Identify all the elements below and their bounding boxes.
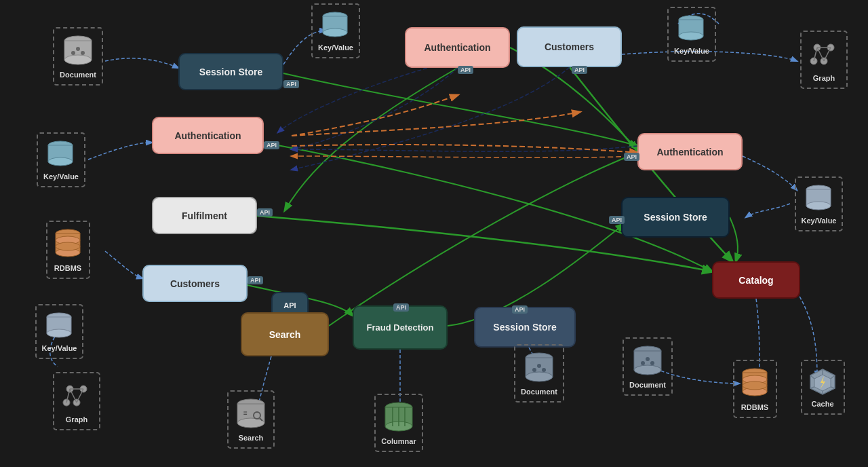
- kv-right-label: Key/Value: [802, 217, 837, 225]
- kv-right-db: Key/Value: [783, 176, 854, 231]
- graph-top-right-label: Graph: [813, 74, 835, 82]
- search-db: ≡ Search: [217, 390, 285, 449]
- document-db-right: Document: [614, 337, 682, 396]
- customers-top-api: API: [572, 66, 587, 74]
- rdbms-left-db: RDBMS: [34, 221, 102, 279]
- fraud-detection-node[interactable]: Fraud Detection: [353, 305, 448, 350]
- authentication-mid-left-label: Authentication: [175, 130, 241, 141]
- svg-point-5: [81, 51, 85, 55]
- customers-top-node[interactable]: Customers: [517, 26, 622, 67]
- catalog-node[interactable]: Catalog: [712, 261, 800, 299]
- svg-point-67: [743, 381, 767, 390]
- kv-mid-left-db: Key/Value: [27, 132, 95, 187]
- fulfilment-api: API: [257, 208, 273, 217]
- kv-top-right-label: Key/Value: [674, 47, 709, 55]
- kv-lower-left-db: Key/Value: [24, 304, 95, 359]
- authentication-right-label: Authentication: [657, 147, 724, 157]
- svg-point-54: [537, 364, 541, 368]
- session-store-right-api: API: [609, 216, 625, 224]
- authentication-top-api: API: [458, 66, 473, 74]
- svg-point-27: [56, 242, 80, 250]
- authentication-top-node[interactable]: Authentication: [405, 27, 510, 68]
- document-db-right-label: Document: [629, 381, 666, 389]
- customers-mid-node[interactable]: Customers: [142, 265, 248, 302]
- graph-lower-left-label: Graph: [66, 415, 87, 424]
- document-top-left-db: Document: [41, 27, 115, 86]
- graph-lower-left-db: Graph: [46, 372, 107, 430]
- kv-top-center-db: Key/Value: [305, 3, 366, 58]
- svg-point-56: [542, 368, 546, 372]
- svg-line-17: [824, 48, 831, 61]
- svg-point-61: [641, 361, 645, 365]
- catalog-label: Catalog: [738, 275, 773, 286]
- svg-text:≡: ≡: [243, 409, 248, 417]
- columnar-db: Columnar: [365, 394, 433, 452]
- fraud-detection-label: Fraud Detection: [367, 322, 434, 333]
- session-store-top-api: API: [283, 80, 299, 88]
- authentication-top-label: Authentication: [425, 42, 491, 53]
- columnar-db-label: Columnar: [381, 437, 416, 445]
- svg-point-30: [47, 329, 71, 337]
- rdbms-left-label: RDBMS: [54, 264, 81, 272]
- session-store-mid-label: Session Store: [493, 322, 556, 333]
- svg-point-59: [634, 365, 661, 375]
- cache-right-label: Cache: [811, 400, 833, 408]
- svg-point-2: [64, 55, 92, 64]
- fulfilment-node[interactable]: Fulfilment: [152, 197, 257, 234]
- diagram-container: Session Store API Authentication API Cus…: [0, 0, 868, 467]
- svg-point-11: [679, 32, 703, 40]
- svg-point-55: [532, 368, 536, 372]
- api-hub-label: API: [283, 301, 296, 310]
- search-db-label: Search: [239, 434, 264, 442]
- svg-line-36: [77, 389, 83, 403]
- svg-point-22: [48, 157, 73, 166]
- session-store-right-node[interactable]: Session Store: [621, 197, 730, 238]
- rdbms-right-db: RDBMS: [724, 360, 785, 418]
- customers-mid-label: Customers: [170, 278, 220, 289]
- fulfilment-label: Fulfilment: [182, 210, 227, 221]
- svg-point-78: [806, 202, 831, 210]
- session-store-right-label: Session Store: [644, 212, 707, 223]
- rdbms-right-label: RDBMS: [741, 403, 768, 411]
- authentication-right-node[interactable]: Authentication: [637, 133, 743, 170]
- session-store-mid-api: API: [512, 305, 528, 314]
- session-store-top-node[interactable]: Session Store: [178, 53, 283, 90]
- svg-point-8: [323, 29, 347, 37]
- fraud-detection-api: API: [393, 303, 409, 312]
- authentication-mid-left-node[interactable]: Authentication: [152, 117, 264, 154]
- svg-point-62: [650, 361, 654, 365]
- customers-top-label: Customers: [545, 41, 594, 52]
- document-top-left-label: Document: [60, 71, 96, 79]
- authentication-right-api: API: [624, 153, 639, 161]
- kv-lower-left-label: Key/Value: [42, 344, 77, 352]
- cache-right-db: Cache: [792, 360, 853, 415]
- authentication-mid-left-api: API: [264, 141, 279, 149]
- kv-mid-left-label: Key/Value: [43, 172, 79, 181]
- search-node[interactable]: Search: [241, 312, 329, 356]
- svg-line-19: [817, 48, 824, 61]
- svg-point-4: [71, 51, 75, 55]
- svg-line-38: [70, 389, 77, 403]
- customers-mid-api: API: [248, 276, 263, 284]
- session-store-top-label: Session Store: [199, 67, 262, 77]
- svg-point-60: [646, 357, 650, 361]
- kv-top-center-label: Key/Value: [318, 43, 353, 52]
- graph-top-right-db: Graph: [793, 31, 854, 89]
- document-db-mid-label: Document: [521, 388, 557, 396]
- kv-top-right-db: Key/Value: [661, 7, 722, 62]
- document-db-mid: Document: [505, 344, 573, 403]
- svg-point-53: [526, 372, 553, 381]
- svg-point-3: [76, 47, 80, 51]
- search-label: Search: [269, 329, 301, 340]
